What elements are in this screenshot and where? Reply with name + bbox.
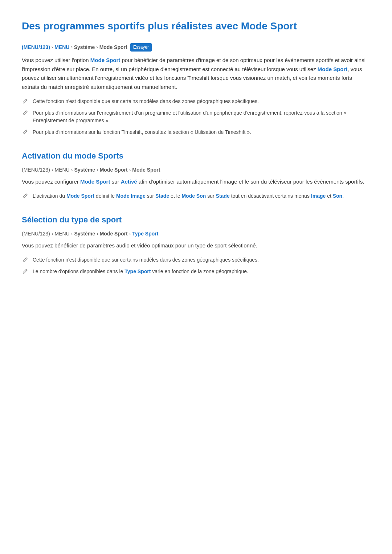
breadcrumb-modesport: Mode Sport <box>99 43 127 51</box>
section2-breadcrumb: (MENU/123) › MENU › Système › Mode Sport… <box>22 166 370 174</box>
intro-modesport-2: Mode Sport <box>318 66 348 72</box>
s2-note-bold5: Stade <box>216 193 230 199</box>
s2-breadcrumb-menu123: (MENU/123) <box>22 166 50 174</box>
s2-breadcrumb-systeme: Système <box>74 166 95 174</box>
pencil-icon-s2 <box>22 193 29 200</box>
s2-sep1: › <box>52 166 53 174</box>
s2-text-middle: sur <box>110 178 121 185</box>
breadcrumb-systeme: Système <box>74 43 95 51</box>
section3-note-text-1: Cette fonction n'est disponible que sur … <box>33 256 259 264</box>
try-badge[interactable]: Essayer <box>130 43 152 52</box>
breadcrumb-menu: MENU <box>54 43 69 51</box>
section1-notes: Cette fonction n'est disponible que sur … <box>22 98 370 136</box>
s2-bold1: Mode Sport <box>80 178 110 185</box>
s3-breadcrumb-menu123: (MENU/123) <box>22 230 50 238</box>
s2-breadcrumb-menu: MENU <box>54 166 69 174</box>
s2-sep4: › <box>129 166 131 174</box>
s2-text-after: afin d'optimiser automatiquement l'image… <box>137 178 364 185</box>
s2-sep3: › <box>97 166 98 174</box>
pencil-icon-s3-2 <box>22 268 29 275</box>
section3-notes: Cette fonction n'est disponible que sur … <box>22 256 370 275</box>
s2-sep2: › <box>71 166 73 174</box>
intro-paragraph: Vous pouvez utiliser l'option Mode Sport… <box>22 56 370 92</box>
s3-breadcrumb-typesport: Type Sport <box>132 230 158 238</box>
s2-breadcrumb-modesport: Mode Sport <box>100 166 128 174</box>
note-item-2: Pour plus d'informations sur l'enregistr… <box>22 109 370 125</box>
section-activation: Activation du mode Sports (MENU/123) › M… <box>22 149 370 200</box>
main-breadcrumb: (MENU/123) › MENU › Système › Mode Sport… <box>22 43 370 52</box>
s3-sep3: › <box>97 230 98 238</box>
section3-paragraph: Vous pouvez bénéficier de paramètres aud… <box>22 241 370 250</box>
intro-text-1: Vous pouvez utiliser l'option <box>22 57 90 63</box>
breadcrumb-menu123: (MENU/123) <box>22 43 50 51</box>
section3-note-text-2: Le nombre d'options disponibles dans le … <box>33 268 248 276</box>
intro-modesport-1: Mode Sport <box>90 57 121 63</box>
note-text-1: Cette fonction n'est disponible que sur … <box>33 98 259 106</box>
s3-sep2: › <box>71 230 73 238</box>
breadcrumb-sep1: › <box>52 44 53 51</box>
page-title: Des programmes sportifs plus réalistes a… <box>22 18 370 34</box>
s3-breadcrumb-menu: MENU <box>54 230 69 238</box>
breadcrumb-sep2: › <box>71 44 72 51</box>
section2-title: Activation du mode Sports <box>22 149 370 162</box>
section2-note-item: L'activation du Mode Sport définit le Mo… <box>22 192 370 200</box>
s2-note-bold6: Image <box>311 193 326 199</box>
s2-bold2: Activé <box>121 178 137 185</box>
pencil-icon-1 <box>22 98 29 105</box>
note-item-3: Pour plus d'informations sur la fonction… <box>22 128 370 136</box>
s3-breadcrumb-modesport: Mode Sport <box>100 230 128 238</box>
breadcrumb-sep3: › <box>96 44 98 51</box>
s3-sep4: › <box>129 230 131 238</box>
section-selection: Sélection du type de sport (MENU/123) › … <box>22 213 370 276</box>
section3-title: Sélection du type de sport <box>22 213 370 226</box>
section3-breadcrumb: (MENU/123) › MENU › Système › Mode Sport… <box>22 230 370 238</box>
s2-text-before: Vous pouvez configurer <box>22 178 80 185</box>
section2-note-text: L'activation du Mode Sport définit le Mo… <box>33 192 344 200</box>
section3-note-item-1: Cette fonction n'est disponible que sur … <box>22 256 370 264</box>
s2-note-bold1: Mode Sport <box>66 193 94 199</box>
s3-note-typesport: Type Sport <box>124 268 151 274</box>
s2-note-bold2: Mode Image <box>116 193 146 199</box>
note-text-3: Pour plus d'informations sur la fonction… <box>33 128 251 136</box>
pencil-icon-2 <box>22 110 29 117</box>
s2-note-bold3: Stade <box>155 193 169 199</box>
pencil-icon-s3-1 <box>22 257 29 264</box>
s2-note-bold4: Mode Son <box>181 193 206 199</box>
section2-paragraph: Vous pouvez configurer Mode Sport sur Ac… <box>22 177 370 186</box>
section2-notes: L'activation du Mode Sport définit le Mo… <box>22 192 370 200</box>
s2-breadcrumb-modesport2: Mode Sport <box>132 166 160 174</box>
note-item-1: Cette fonction n'est disponible que sur … <box>22 98 370 106</box>
s3-sep1: › <box>52 230 53 238</box>
pencil-icon-3 <box>22 129 29 136</box>
s2-note-bold7: Son <box>333 193 342 199</box>
note-text-2: Pour plus d'informations sur l'enregistr… <box>33 109 370 125</box>
section3-note-item-2: Le nombre d'options disponibles dans le … <box>22 268 370 276</box>
s3-breadcrumb-systeme: Système <box>74 230 95 238</box>
